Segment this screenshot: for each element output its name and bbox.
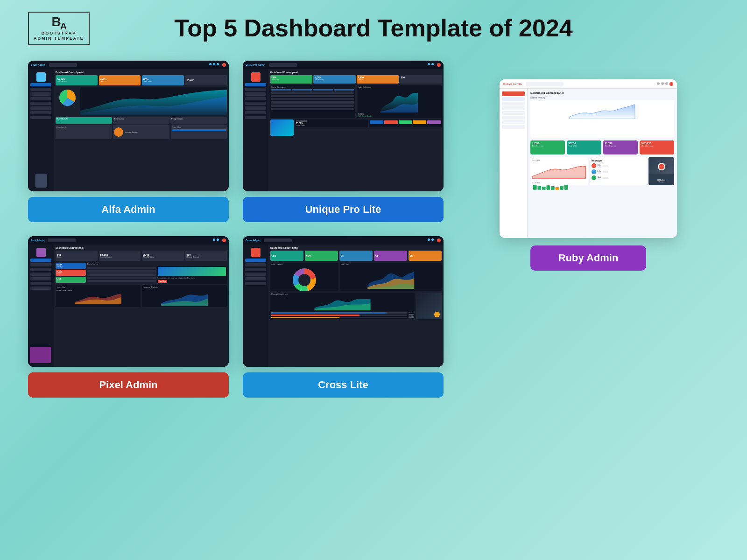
unique-pro-label[interactable]: Unique Pro Lite [243,197,444,222]
ruby-brand: RubyX Admin [503,83,521,85]
content-grid: α Alfa Admin [0,51,747,407]
ruby-logo-block [502,91,525,96]
unique-stat2: 1,145 Join Members [313,75,355,84]
ruby-profile-info: Nil Holger Manager [648,179,674,183]
unique-middle-row: Social Campaigns [270,85,442,118]
cross-pbar2-fill [271,315,359,316]
pixel-s4l: Monthly Discount [187,256,226,258]
alfa-stat3-lbl: Store Traffic [143,81,183,83]
cross-p3-pct: 261/100 [408,316,414,318]
alfa-logo-mini [36,72,46,82]
ruby-stat1: $2550 Total Revenue [530,140,565,154]
pixel-box1-lbl: Highelight [56,266,85,268]
ruby-sales-svg [532,162,586,179]
pixel-left-boxes: 96587 Highelight 05469 Returns 5469 [56,263,86,284]
unique-tr4 [271,101,354,104]
pixel-tax-numbers: 8992 7458 3254 [56,289,140,292]
cross-expand-icon: + [436,313,438,316]
unique-bottom-stats: SITE TRAFFIC 15.50% Overall Growth [295,119,442,136]
cross-sidebar [243,245,268,367]
ruby-icons [657,82,673,86]
unique-screen: UniquePro Admin [243,61,444,191]
ruby-stat3: $1658 Total Expense [603,140,638,154]
unique-main: Dashboard Control panel 80% Store Traffi… [268,69,444,191]
ruby-sub: Server loading [530,96,674,99]
cross-nav5 [245,277,266,280]
cross-lite-card[interactable]: Cross Admin [243,236,444,398]
alfa-bottom-row: Branches list Michael Jorden Direct Chat [56,125,227,139]
logo-text-line1: BOOTSTRAP [42,31,77,36]
unique-nav7 [245,111,266,114]
alfa-stat4-val: 15,458 [187,79,226,82]
cross-lite-screenshot: Cross Admin [243,236,444,367]
pixel-heading: Dashboard Control panel [56,246,227,249]
ruby-admin-label[interactable]: Ruby Admin [530,245,647,271]
ruby-admin-screenshot: RubyX Admin [500,79,677,238]
svg-rect-2 [542,187,546,190]
pixel-close [222,238,226,242]
pixel-bt4 [87,277,156,279]
page-header: BA BOOTSTRAP ADMIN TEMPLATE Top 5 Dashbo… [0,0,747,51]
pixel-admin-screenshot: Pixel Admin [28,236,229,367]
cross-lite-label[interactable]: Cross Lite [243,372,444,398]
cross-pbar3-fill [271,317,339,318]
alfa-admin-label[interactable]: Alfa Admin [28,197,229,222]
alfa-stat1-lbl: Join Members [57,81,96,83]
pixel-bt1 [87,267,156,269]
alfa-direct-chat: Direct Chat [171,125,227,139]
unique-mn5 [427,120,441,124]
pixel-branches-content: kannan venenatis orcu quis orta porttito… [87,266,227,284]
ruby-icon1 [657,82,660,85]
ruby-msg1-time [603,165,608,167]
pixel-box1: 96587 Highelight [56,263,86,269]
ruby-server-chart [530,100,674,138]
pixel-read-more: Read More [158,280,168,283]
pixel-icons [213,238,226,242]
unique-sales-diff: Sales Difference [357,85,442,118]
ruby-sidebar [500,89,528,238]
ruby-profile-avatar [658,163,665,170]
unique-mn3 [399,120,412,124]
unique-th1 [271,89,291,91]
pixel-admin-label[interactable]: Pixel Admin [28,372,229,398]
pixel-bt5 [87,280,156,282]
unique-sidebar [243,69,268,191]
ruby-screen: RubyX Admin [500,79,677,238]
cross-pbar2-bg [271,315,407,316]
ruby-admin-card[interactable]: RubyX Admin [458,61,719,398]
unique-nav1 [245,83,266,86]
pixel-sidebar-box [30,347,51,363]
pixel-box2-lbl: Returns [56,273,85,275]
ruby-msg2-time [603,171,608,173]
cross-progress3: 261/100 [271,316,414,318]
alfa-admin-screenshot: α Alfa Admin [28,61,229,191]
pixel-bottom: Taxes Info 8992 7458 3254 [56,285,227,307]
ruby-bottom: $424,868 $139,865 [530,157,674,185]
pixel-box2: 05469 Returns [56,270,86,276]
alfa-michael: Michael Jorden [113,125,169,139]
alfa-icon1 [209,63,211,65]
svg-rect-1 [537,186,541,190]
cross-nav6 [245,282,266,285]
alfa-nav1 [30,83,51,86]
alfa-admin-card[interactable]: α Alfa Admin [28,61,229,222]
pixel-admin-card[interactable]: Pixel Admin [28,236,229,398]
unique-brand: UniquePro Admin [246,63,265,66]
svg-rect-0 [533,185,537,189]
alfa-nav6 [30,106,51,110]
ruby-avatar1 [592,163,596,168]
unique-pro-lite-card[interactable]: UniquePro Admin [243,61,444,222]
alfa-nav4 [30,97,51,100]
ruby-msg-title: Messages [592,159,645,162]
unique-tr2 [271,95,354,97]
unique-tr5 [271,105,354,107]
ruby-stat4-lbl: Miscellaneous [641,145,673,147]
cross-stat4: 65 [374,251,407,261]
alfa-stat2-lbl: User Click [100,81,140,83]
pixel-nav6 [30,282,51,285]
ruby-msg3-text [598,178,601,180]
cross-monthly: Monthly Recap Report [270,293,415,319]
cross-screen: Cross Admin [243,236,444,367]
pixel-nav3 [30,268,51,271]
pixel-taxes: Taxes Info 8992 7458 3254 [56,285,141,307]
